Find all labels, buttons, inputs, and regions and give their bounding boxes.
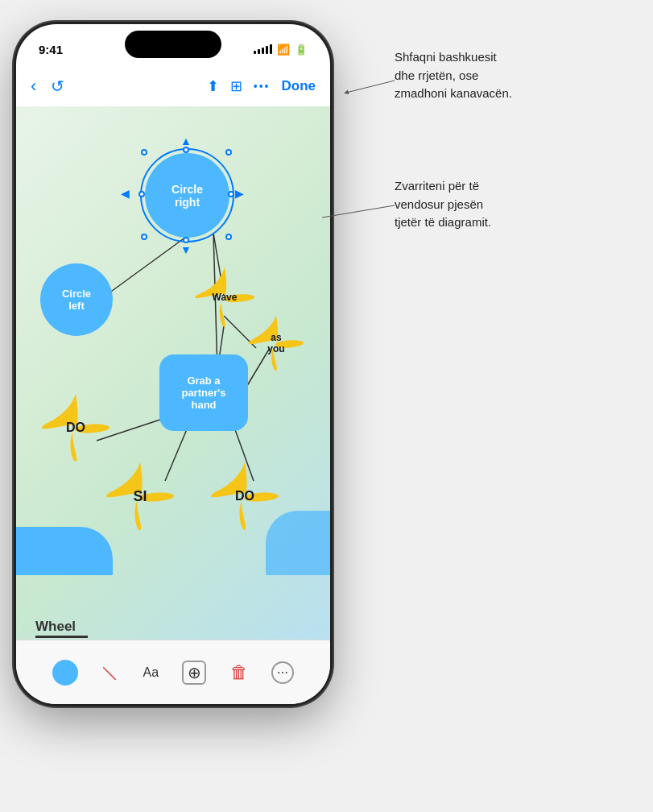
- svg-line-10: [322, 205, 395, 218]
- slash-button[interactable]: —: [97, 659, 124, 686]
- back-button[interactable]: ‹: [31, 76, 36, 97]
- drag-arrow-right[interactable]: ▶: [235, 187, 244, 200]
- status-time: 9:41: [39, 43, 63, 56]
- bottom-toolbar: — Aa ⊕ 🗑 ⋯: [16, 640, 330, 704]
- undo-button[interactable]: ↺: [51, 77, 64, 96]
- wifi-icon: 📶: [277, 44, 290, 56]
- drag-arrow-down[interactable]: ▼: [180, 243, 192, 256]
- grid-button[interactable]: ⊞: [230, 77, 242, 95]
- shape-circle-button[interactable]: [52, 660, 78, 686]
- canvas-area[interactable]: Circleright ▲ ▼ ◀ ▶ Circleleft Wave: [16, 106, 330, 640]
- node-grab-partner-label: Grab apartner'shand: [181, 375, 225, 411]
- handle-br[interactable]: [225, 234, 232, 240]
- node-grab-partner[interactable]: Grab apartner'shand: [159, 354, 248, 431]
- handle-bl[interactable]: [141, 234, 147, 240]
- handle-tc[interactable]: [183, 147, 189, 153]
- more-options-button[interactable]: ⋯: [271, 661, 294, 684]
- text-style-button[interactable]: Aa: [143, 665, 159, 680]
- toolbar-right: ⬆ ⊞ ••• Done: [207, 77, 316, 95]
- phone-frame: 9:41 📶 🔋 ‹ ↺ ⬆ ⊞ ••• Done: [16, 24, 330, 704]
- annotation-top: Shfaqni bashkuesit dhe rrjetën, ose zmad…: [395, 48, 512, 103]
- handle-bc[interactable]: [183, 237, 189, 243]
- annotation-middle: Zvarriteni për të vendosur pjesën tjetër…: [395, 177, 491, 232]
- handle-tr[interactable]: [225, 149, 232, 155]
- bottom-left-blob: [16, 527, 113, 575]
- drag-arrow-up[interactable]: ▲: [180, 135, 192, 147]
- handle-mr[interactable]: [228, 191, 234, 197]
- dynamic-island: [125, 31, 221, 58]
- toolbar-left: ‹ ↺: [31, 76, 64, 97]
- delete-button[interactable]: 🗑: [230, 662, 248, 683]
- node-circle-right-label: Circleright: [172, 183, 203, 209]
- handle-tl[interactable]: [141, 149, 147, 155]
- svg-line-9: [346, 81, 395, 93]
- add-element-button[interactable]: ⊕: [182, 661, 206, 685]
- status-icons: 📶 🔋: [254, 44, 308, 56]
- share-button[interactable]: ⬆: [207, 77, 219, 95]
- annotation-top-text: Shfaqni bashkuesit dhe rrjetën, ose zmad…: [395, 50, 512, 100]
- wheel-underline: [35, 636, 88, 638]
- node-circle-left-label: Circleleft: [62, 288, 91, 312]
- toolbar: ‹ ↺ ⬆ ⊞ ••• Done: [16, 66, 330, 106]
- signal-icon: [254, 44, 272, 54]
- done-button[interactable]: Done: [282, 78, 316, 94]
- handle-ml[interactable]: [138, 191, 145, 197]
- more-button[interactable]: •••: [254, 80, 271, 93]
- node-do-bottom[interactable]: DO: [209, 461, 280, 532]
- node-si[interactable]: SI: [105, 461, 176, 532]
- annotation-middle-text: Zvarriteni për të vendosur pjesën tjetër…: [395, 179, 491, 229]
- drag-arrow-left[interactable]: ◀: [121, 187, 130, 200]
- node-circle-right[interactable]: Circleright: [145, 153, 229, 238]
- battery-icon: 🔋: [295, 44, 308, 56]
- node-do-left[interactable]: DO: [40, 392, 111, 463]
- wheel-label: Wheel: [35, 619, 76, 635]
- node-circle-left[interactable]: Circleleft: [40, 263, 113, 336]
- node-as-you[interactable]: asyou: [247, 314, 305, 372]
